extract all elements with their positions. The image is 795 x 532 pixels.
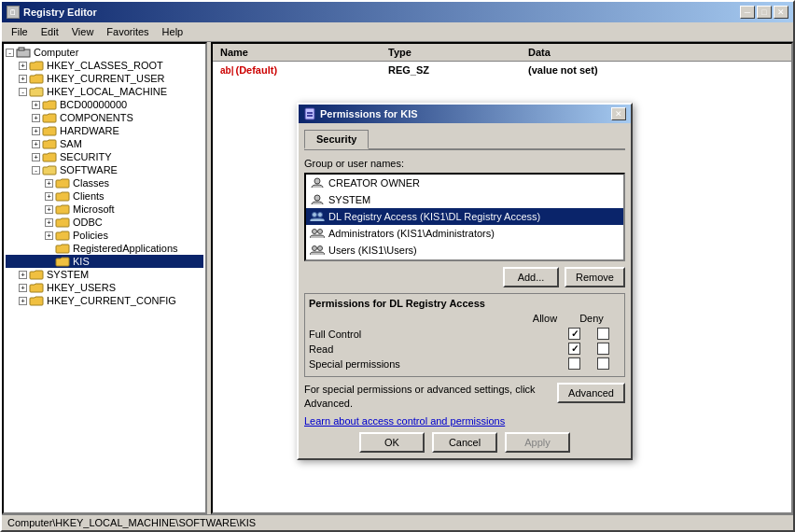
perm-checkboxes-special xyxy=(568,357,621,370)
perm-deny-read[interactable] xyxy=(597,343,609,355)
svg-point-9 xyxy=(313,230,317,234)
svg-point-8 xyxy=(318,213,323,217)
dialog-close-button[interactable]: ✕ xyxy=(611,107,626,120)
perm-row-special: Special permissions xyxy=(309,357,621,370)
add-remove-row: Add... Remove xyxy=(304,267,625,287)
user-item-administrators[interactable]: Administrators (KIS1\Administrators) xyxy=(306,225,623,242)
perm-deny-special[interactable] xyxy=(597,357,609,370)
dialog-tab-bar: Security xyxy=(304,129,625,150)
user-label-0: CREATOR OWNER xyxy=(328,177,420,189)
perm-name-full-control: Full Control xyxy=(309,329,568,340)
user-item-users[interactable]: Users (KIS1\Users) xyxy=(306,242,623,259)
permissions-header: Permissions for DL Registry Access xyxy=(309,298,621,309)
svg-rect-3 xyxy=(307,112,313,114)
user-icon-3 xyxy=(310,227,325,240)
perm-name-special: Special permissions xyxy=(309,358,568,370)
perm-allow-special[interactable] xyxy=(568,357,580,370)
user-item-dl-registry[interactable]: DL Registry Access (KIS1\DL Registry Acc… xyxy=(306,208,623,225)
perm-checkboxes-full-control xyxy=(568,328,621,340)
perm-row-read: Read xyxy=(309,343,621,355)
add-button[interactable]: Add... xyxy=(503,267,559,287)
dialog-title-bar: Permissions for KIS ✕ xyxy=(299,105,631,123)
col-allow-header: Allow xyxy=(522,313,568,324)
permissions-section: Permissions for DL Registry Access Allow… xyxy=(304,293,625,377)
user-icon-2 xyxy=(310,210,325,223)
user-item-system[interactable]: SYSTEM xyxy=(306,191,623,208)
user-icon-1 xyxy=(310,193,325,206)
cancel-button[interactable]: Cancel xyxy=(432,432,497,453)
svg-point-10 xyxy=(318,230,323,234)
user-icon-4 xyxy=(310,244,325,257)
perm-checkboxes-read xyxy=(568,343,621,355)
user-label-3: Administrators (KIS1\Administrators) xyxy=(328,228,495,239)
ok-button[interactable]: OK xyxy=(359,432,425,453)
learn-link[interactable]: Learn about access control and permissio… xyxy=(304,415,505,427)
advanced-text: For special permissions or advanced sett… xyxy=(304,383,557,412)
users-list[interactable]: CREATOR OWNER SYSTEM xyxy=(304,173,625,261)
user-item-creator-owner[interactable]: CREATOR OWNER xyxy=(306,175,623,191)
col-deny-header: Deny xyxy=(568,313,615,324)
tab-security[interactable]: Security xyxy=(304,130,369,149)
dialog-overlay: Permissions for KIS ✕ Security Group or … xyxy=(0,0,795,532)
svg-rect-4 xyxy=(307,115,313,117)
perm-allow-read[interactable] xyxy=(568,343,580,355)
advanced-row: For special permissions or advanced sett… xyxy=(304,383,625,412)
dialog-title-icon xyxy=(303,107,316,120)
svg-point-6 xyxy=(314,195,320,201)
dialog-title-text: Permissions for KIS xyxy=(320,108,418,119)
advanced-button[interactable]: Advanced xyxy=(557,383,625,403)
group-label: Group or user names: xyxy=(304,158,625,169)
user-label-2: DL Registry Access (KIS1\DL Registry Acc… xyxy=(328,211,540,222)
user-label-4: Users (KIS1\Users) xyxy=(328,245,417,256)
svg-point-11 xyxy=(313,246,317,251)
user-icon-0 xyxy=(310,176,325,189)
user-label-1: SYSTEM xyxy=(328,194,370,205)
perm-allow-full-control[interactable] xyxy=(568,328,580,340)
dialog-bottom-buttons: OK Cancel Apply xyxy=(304,432,625,453)
dialog-body: Security Group or user names: CREATOR OW… xyxy=(299,123,631,458)
perm-deny-full-control[interactable] xyxy=(597,328,609,340)
apply-button[interactable]: Apply xyxy=(505,432,570,453)
svg-point-12 xyxy=(318,246,323,251)
permissions-dialog: Permissions for KIS ✕ Security Group or … xyxy=(297,103,633,460)
remove-button[interactable]: Remove xyxy=(565,267,625,287)
svg-point-7 xyxy=(313,213,317,217)
perm-name-read: Read xyxy=(309,343,568,355)
perm-row-full-control: Full Control xyxy=(309,328,621,340)
permissions-label: Permissions for DL Registry Access xyxy=(309,298,485,309)
svg-point-5 xyxy=(314,178,320,184)
